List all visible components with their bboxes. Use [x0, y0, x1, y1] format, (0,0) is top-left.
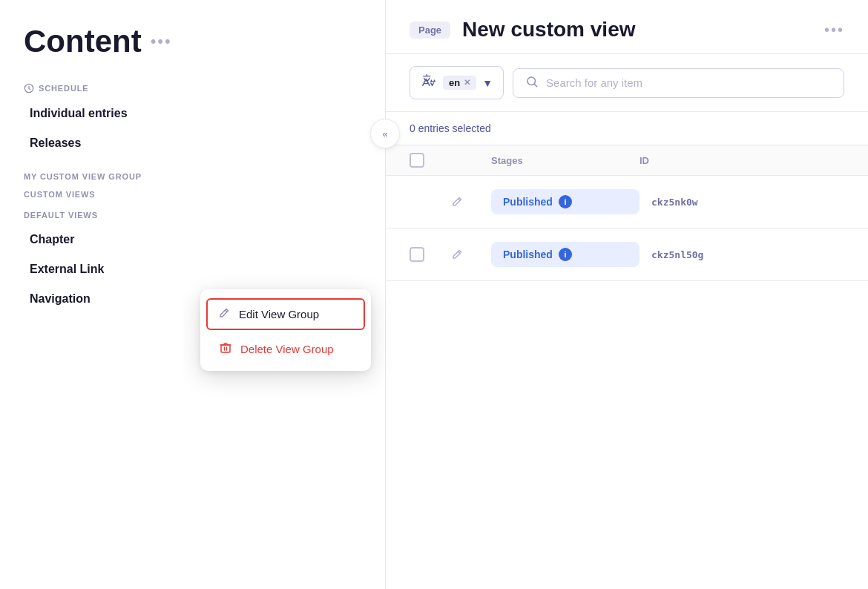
- entries-info: 0 entries selected: [386, 112, 868, 145]
- toolbar: en ✕ ▼ Search for any item: [386, 54, 868, 112]
- custom-views-label: CUSTOM VIEWS: [24, 190, 367, 199]
- language-selector[interactable]: en ✕ ▼: [410, 66, 504, 99]
- stages-column-header: Stages: [491, 155, 640, 166]
- sidebar-title: Content •••: [24, 24, 367, 59]
- sidebar-item-external-link[interactable]: External Link: [24, 255, 367, 283]
- language-remove-button[interactable]: ✕: [464, 78, 470, 88]
- search-placeholder: Search for any item: [546, 76, 642, 89]
- main-content: Page New custom view ••• en ✕ ▼: [386, 0, 868, 589]
- row-2-stages: Published i: [491, 242, 640, 267]
- row-1-edit-col: [447, 191, 491, 212]
- sidebar-item-individual-entries[interactable]: Individual entries: [24, 99, 367, 128]
- edit-view-group-button[interactable]: Edit View Group: [206, 298, 365, 330]
- row-2-checkbox[interactable]: [410, 247, 424, 262]
- row-1-stages: Published i: [491, 189, 640, 214]
- row-2-checkbox-col: [410, 247, 447, 262]
- context-menu: Edit View Group Delete View Group: [200, 289, 371, 371]
- id-column-header: ID: [640, 155, 773, 166]
- collapse-sidebar-button[interactable]: «: [370, 119, 400, 148]
- table-header: Stages ID: [386, 145, 868, 176]
- sidebar-title-dots: •••: [151, 32, 172, 51]
- search-box[interactable]: Search for any item: [513, 68, 844, 98]
- row-2-id: ckz5nl50g: [640, 249, 773, 260]
- row-2-status-badge: Published i: [491, 242, 640, 267]
- trash-icon: [220, 342, 231, 356]
- row-2-info-icon[interactable]: i: [559, 248, 572, 261]
- edit-view-group-label: Edit View Group: [239, 308, 319, 320]
- schedule-section-label: SCHEDULE: [24, 83, 367, 93]
- content-title-text: Content: [24, 24, 142, 59]
- language-dropdown-arrow[interactable]: ▼: [482, 77, 493, 89]
- search-icon: [525, 75, 539, 91]
- page-badge: Page: [410, 22, 450, 39]
- table-row: Published i ckz5nl50g: [386, 228, 868, 281]
- table-area: 0 entries selected Stages ID: [386, 112, 868, 589]
- main-header-dots: •••: [824, 22, 844, 39]
- row-1-status-badge: Published i: [491, 189, 640, 214]
- sidebar-item-chapter[interactable]: Chapter: [24, 226, 367, 254]
- row-2-edit-col: [447, 244, 491, 265]
- row-1-info-icon[interactable]: i: [559, 195, 572, 208]
- sidebar-item-releases[interactable]: Releases: [24, 129, 367, 157]
- svg-rect-1: [221, 345, 230, 352]
- row-1-edit-button[interactable]: [447, 191, 467, 212]
- language-tag[interactable]: en ✕: [443, 76, 476, 90]
- main-header: Page New custom view •••: [386, 0, 868, 54]
- edit-icon: [218, 307, 230, 321]
- translate-icon: [421, 73, 437, 93]
- select-all-checkbox[interactable]: [410, 153, 424, 168]
- main-header-title: New custom view: [462, 18, 812, 42]
- select-all-column: [410, 153, 447, 168]
- default-views-label: DEFAULT VIEWS: [24, 211, 367, 220]
- clock-icon: [24, 83, 34, 93]
- delete-view-group-label: Delete View Group: [240, 343, 334, 355]
- table-row: Published i ckz5nk0w: [386, 176, 868, 228]
- row-2-edit-button[interactable]: [447, 244, 467, 265]
- sidebar: Content ••• SCHEDULE Individual entries …: [0, 0, 386, 589]
- my-custom-view-group-label: MY CUSTOM VIEW GROUP: [24, 172, 367, 181]
- row-1-id: ckz5nk0w: [640, 197, 773, 208]
- delete-view-group-button[interactable]: Delete View Group: [206, 333, 365, 365]
